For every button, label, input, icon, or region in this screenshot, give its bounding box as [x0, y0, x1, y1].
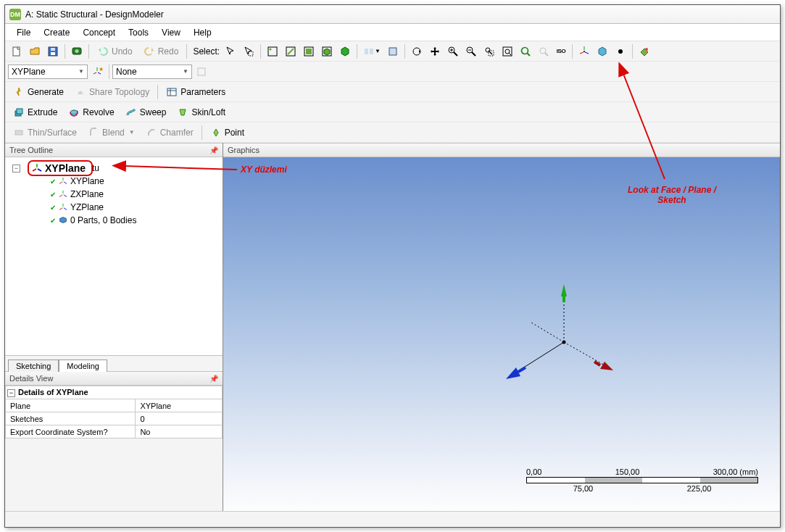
svg-rect-7 [268, 47, 277, 56]
svg-line-69 [564, 342, 606, 366]
undo-button[interactable]: Undo [92, 43, 138, 59]
svg-rect-50 [17, 109, 22, 114]
point-button[interactable]: Point [205, 125, 249, 141]
zoom-prev-icon[interactable] [535, 43, 552, 59]
plane-combo[interactable]: XYPlane▼ [8, 65, 88, 79]
magnify-plus-icon[interactable] [517, 43, 534, 59]
extrude-button[interactable]: Extrude [8, 104, 62, 120]
details-title: Details of XYPlane [18, 388, 88, 396]
tree-item-yzplane[interactable]: ✔ YZPlane [8, 201, 220, 214]
share-topology-button[interactable]: Share Topology [70, 84, 154, 100]
filter-point-icon[interactable] [264, 43, 281, 59]
svg-point-31 [521, 47, 528, 54]
svg-line-55 [38, 169, 41, 171]
menu-create[interactable]: Create [38, 26, 75, 39]
details-row[interactable]: Sketches0 [6, 412, 223, 425]
menu-file[interactable]: File [11, 26, 36, 39]
svg-line-37 [585, 52, 589, 54]
menu-tools[interactable]: Tools [122, 26, 154, 39]
select-arrow-icon[interactable] [222, 43, 239, 59]
svg-point-33 [540, 48, 546, 54]
viewport[interactable]: 0,00 150,00 300,00 (mm) 75,00 225,00 [223, 157, 780, 511]
filter-body-green-icon[interactable] [336, 43, 354, 59]
svg-line-10 [288, 49, 294, 54]
filter-body-icon[interactable] [318, 43, 336, 59]
svg-point-39 [618, 49, 623, 54]
sweep-button[interactable]: Sweep [120, 104, 172, 120]
pan-icon[interactable] [426, 43, 444, 59]
svg-rect-14 [365, 49, 368, 54]
menu-view[interactable]: View [156, 26, 186, 39]
svg-text:★: ★ [99, 66, 103, 72]
svg-line-19 [454, 52, 457, 56]
new-sketch-icon[interactable] [193, 64, 210, 80]
svg-line-75 [531, 323, 564, 342]
plane-view-icon[interactable] [636, 43, 653, 59]
svg-line-64 [64, 208, 67, 210]
revolve-button[interactable]: Revolve [63, 104, 119, 120]
svg-rect-6 [249, 51, 253, 56]
svg-point-40 [645, 48, 648, 51]
new-icon[interactable] [8, 43, 25, 59]
new-plane-icon[interactable]: ★ [88, 64, 106, 80]
select-box-icon[interactable] [240, 43, 257, 59]
generate-button[interactable]: Generate [8, 84, 69, 100]
look-at-icon[interactable] [576, 43, 593, 59]
svg-rect-46 [167, 88, 176, 96]
menu-concept[interactable]: Concept [77, 26, 121, 39]
blend-button[interactable]: Blend▼ [83, 125, 140, 141]
display-cube-icon[interactable] [594, 43, 611, 59]
details-row[interactable]: Export Coordinate System?No [6, 425, 223, 439]
filter-face-icon[interactable] [300, 43, 317, 59]
toolbar-main: Undo Redo Select: ▼ ISO [5, 41, 780, 62]
display-point-icon[interactable] [612, 43, 629, 59]
zoom-out-icon[interactable] [462, 43, 480, 59]
menu-help[interactable]: Help [188, 26, 217, 39]
pin-icon[interactable]: 📌 [209, 375, 218, 383]
svg-point-8 [270, 48, 272, 50]
toolbar-features: Extrude Revolve Sweep Skin/Loft [5, 102, 780, 122]
thin-surface-button[interactable]: Thin/Surface [8, 125, 82, 141]
tab-sketching[interactable]: Sketching [8, 359, 59, 372]
pin-icon[interactable]: 📌 [209, 146, 218, 154]
svg-line-57 [59, 182, 62, 184]
sketch-combo[interactable]: None▼ [112, 65, 192, 79]
chamfer-button[interactable]: Chamfer [141, 125, 199, 141]
collapse-icon[interactable]: − [12, 165, 20, 173]
redo-button[interactable]: Redo [138, 43, 184, 59]
svg-line-43 [98, 72, 101, 74]
rotate-icon[interactable] [408, 43, 425, 59]
svg-line-74 [518, 367, 526, 372]
parameters-button[interactable]: Parameters [161, 84, 230, 100]
tree-root-selected[interactable]: XYPlane [28, 160, 93, 176]
expand-sel-icon[interactable] [384, 43, 402, 59]
svg-rect-3 [51, 48, 55, 51]
zoom-in-icon[interactable] [444, 43, 462, 59]
iso-view-icon[interactable]: ISO [553, 43, 569, 59]
details-view: −Details of XYPlane PlaneXYPlane Sketche… [5, 386, 223, 439]
tree-root-row[interactable]: − XYPlane tu [8, 162, 220, 175]
filter-edge-icon[interactable] [282, 43, 299, 59]
svg-marker-67 [561, 284, 567, 296]
svg-line-32 [527, 53, 530, 56]
tree-item-parts[interactable]: ✔ 0 Parts, 0 Bodies [8, 214, 220, 227]
skin-loft-button[interactable]: Skin/Loft [172, 104, 230, 120]
tree-outline[interactable]: − XYPlane tu ✔ XYPlane ✔ ZXPlane [5, 157, 223, 355]
tree-item-xyplane[interactable]: ✔ XYPlane [8, 175, 220, 188]
zoom-fit-icon[interactable] [499, 43, 516, 59]
zoom-box-icon[interactable] [481, 43, 498, 59]
details-row[interactable]: PlaneXYPlane [6, 399, 223, 412]
window-title: A: Static Structural - DesignModeler [25, 9, 164, 20]
export-icon[interactable] [68, 43, 86, 59]
save-icon[interactable] [44, 43, 62, 59]
open-icon[interactable] [26, 43, 43, 59]
tree-tabs: Sketching Modeling [5, 355, 223, 371]
tab-modeling[interactable]: Modeling [59, 359, 107, 372]
graphics-header: Graphics [223, 143, 780, 157]
svg-rect-0 [13, 47, 20, 56]
svg-rect-15 [370, 49, 373, 54]
svg-point-38 [583, 51, 585, 52]
menubar: File Create Concept Tools View Help [5, 24, 780, 41]
tree-item-zxplane[interactable]: ✔ ZXPlane [8, 188, 220, 201]
extend-sel-icon[interactable]: ▼ [360, 43, 383, 59]
